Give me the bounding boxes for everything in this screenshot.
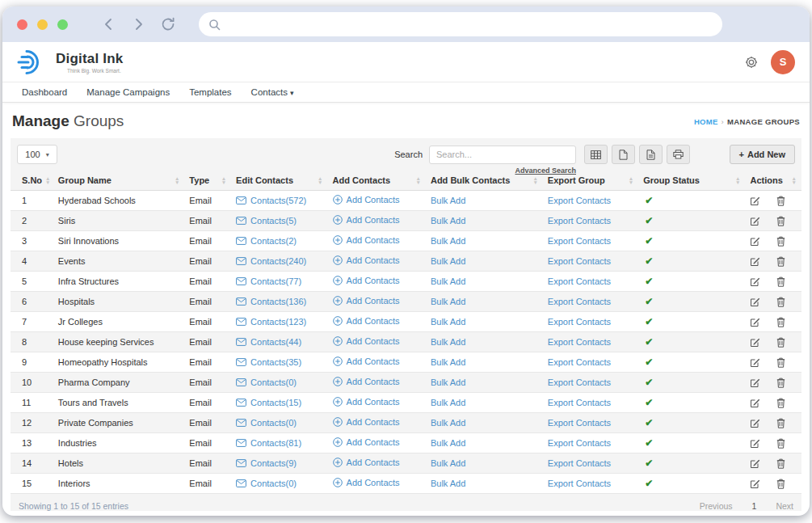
bulk-add-link[interactable]: Bulk Add xyxy=(431,398,465,407)
back-button[interactable] xyxy=(102,17,116,32)
bulk-add-link[interactable]: Bulk Add xyxy=(431,418,465,428)
export-contacts-link[interactable]: Export Contacts xyxy=(548,337,611,347)
edit-button[interactable] xyxy=(750,256,760,267)
add-contacts-link[interactable]: Add Contacts xyxy=(333,478,400,487)
export-contacts-link[interactable]: Export Contacts xyxy=(548,216,611,226)
add-contacts-link[interactable]: Add Contacts xyxy=(333,316,400,326)
edit-contacts-link[interactable]: Contacts(0) xyxy=(236,377,297,387)
current-page-button[interactable]: 1 xyxy=(752,501,757,511)
bulk-add-link[interactable]: Bulk Add xyxy=(431,337,465,347)
export-contacts-link[interactable]: Export Contacts xyxy=(548,418,611,428)
delete-button[interactable] xyxy=(776,458,785,469)
next-page-button[interactable]: Next xyxy=(776,501,793,511)
edit-button[interactable] xyxy=(750,317,760,327)
column-header-add-bulk-contacts[interactable]: Add Bulk Contacts xyxy=(426,171,543,191)
edit-button[interactable] xyxy=(750,276,760,287)
bulk-add-link[interactable]: Bulk Add xyxy=(431,479,465,488)
export-pdf-button[interactable] xyxy=(639,145,663,164)
export-contacts-link[interactable]: Export Contacts xyxy=(548,236,611,246)
nav-item-contacts[interactable]: Contacts▾ xyxy=(242,87,304,97)
bulk-add-link[interactable]: Bulk Add xyxy=(431,458,465,468)
edit-contacts-link[interactable]: Contacts(572) xyxy=(236,196,306,205)
edit-button[interactable] xyxy=(750,357,760,368)
add-contacts-link[interactable]: Add Contacts xyxy=(333,437,400,447)
minimize-window-button[interactable] xyxy=(37,19,48,30)
column-header-group-name[interactable]: Group Name xyxy=(53,171,185,191)
breadcrumb-home[interactable]: HOME xyxy=(694,117,718,126)
delete-button[interactable] xyxy=(776,256,785,267)
edit-button[interactable] xyxy=(750,418,760,428)
delete-button[interactable] xyxy=(776,337,785,348)
settings-button[interactable] xyxy=(744,55,759,70)
export-contacts-link[interactable]: Export Contacts xyxy=(548,196,611,205)
forward-button[interactable] xyxy=(131,17,145,32)
export-contacts-link[interactable]: Export Contacts xyxy=(548,297,611,306)
column-header-export-group[interactable]: Export Group xyxy=(543,171,638,191)
add-contacts-link[interactable]: Add Contacts xyxy=(333,215,400,225)
bulk-add-link[interactable]: Bulk Add xyxy=(431,317,465,327)
bulk-add-link[interactable]: Bulk Add xyxy=(431,438,465,448)
delete-button[interactable] xyxy=(776,418,785,428)
add-contacts-link[interactable]: Add Contacts xyxy=(333,397,400,407)
user-avatar[interactable]: S xyxy=(771,50,795,74)
print-button[interactable] xyxy=(667,145,690,164)
column-header-actions[interactable]: Actions xyxy=(745,171,801,191)
nav-item-dashboard[interactable]: Dashboard xyxy=(12,87,77,97)
close-window-button[interactable] xyxy=(17,19,27,30)
delete-button[interactable] xyxy=(776,438,785,449)
add-contacts-link[interactable]: Add Contacts xyxy=(333,417,400,427)
edit-contacts-link[interactable]: Contacts(123) xyxy=(236,317,306,327)
delete-button[interactable] xyxy=(776,479,785,489)
delete-button[interactable] xyxy=(776,357,785,368)
edit-contacts-link[interactable]: Contacts(240) xyxy=(236,256,306,266)
edit-contacts-link[interactable]: Contacts(0) xyxy=(236,418,297,428)
add-contacts-link[interactable]: Add Contacts xyxy=(333,195,400,205)
bulk-add-link[interactable]: Bulk Add xyxy=(431,276,465,286)
delete-button[interactable] xyxy=(776,377,785,388)
edit-button[interactable] xyxy=(750,236,760,247)
edit-contacts-link[interactable]: Contacts(2) xyxy=(236,236,297,246)
export-contacts-link[interactable]: Export Contacts xyxy=(548,377,611,387)
previous-page-button[interactable]: Previous xyxy=(700,501,733,511)
edit-contacts-link[interactable]: Contacts(9) xyxy=(236,458,297,468)
export-table-button[interactable] xyxy=(584,145,608,164)
column-header-group-status[interactable]: Group Status xyxy=(638,171,745,191)
edit-contacts-link[interactable]: Contacts(15) xyxy=(236,398,301,407)
advanced-search-link[interactable]: Advanced Search xyxy=(515,167,576,175)
column-header-add-contacts[interactable]: Add Contacts xyxy=(328,171,426,191)
bulk-add-link[interactable]: Bulk Add xyxy=(431,297,465,306)
edit-button[interactable] xyxy=(750,196,760,206)
export-contacts-link[interactable]: Export Contacts xyxy=(548,398,611,407)
delete-button[interactable] xyxy=(776,297,785,307)
export-contacts-link[interactable]: Export Contacts xyxy=(548,438,611,448)
browser-address-bar[interactable] xyxy=(199,12,722,36)
edit-contacts-link[interactable]: Contacts(136) xyxy=(236,297,306,306)
edit-contacts-link[interactable]: Contacts(77) xyxy=(236,276,301,286)
edit-button[interactable] xyxy=(750,398,760,408)
delete-button[interactable] xyxy=(776,216,785,226)
delete-button[interactable] xyxy=(776,398,785,408)
edit-button[interactable] xyxy=(750,377,760,388)
add-contacts-link[interactable]: Add Contacts xyxy=(333,235,400,245)
search-input[interactable] xyxy=(429,146,576,164)
bulk-add-link[interactable]: Bulk Add xyxy=(431,357,465,367)
edit-contacts-link[interactable]: Contacts(81) xyxy=(236,438,301,448)
edit-contacts-link[interactable]: Contacts(35) xyxy=(236,357,301,367)
add-new-button[interactable]: +Add New xyxy=(730,145,796,164)
export-contacts-link[interactable]: Export Contacts xyxy=(548,256,611,266)
edit-button[interactable] xyxy=(750,216,760,226)
export-contacts-link[interactable]: Export Contacts xyxy=(548,317,611,327)
add-contacts-link[interactable]: Add Contacts xyxy=(333,255,400,265)
edit-button[interactable] xyxy=(750,297,760,307)
add-contacts-link[interactable]: Add Contacts xyxy=(333,356,400,366)
edit-button[interactable] xyxy=(750,438,760,449)
bulk-add-link[interactable]: Bulk Add xyxy=(431,236,465,246)
delete-button[interactable] xyxy=(776,317,785,327)
bulk-add-link[interactable]: Bulk Add xyxy=(431,377,465,387)
bulk-add-link[interactable]: Bulk Add xyxy=(431,216,465,226)
edit-contacts-link[interactable]: Contacts(0) xyxy=(236,479,297,488)
column-header-edit-contacts[interactable]: Edit Contacts xyxy=(231,171,327,191)
delete-button[interactable] xyxy=(776,196,785,206)
bulk-add-link[interactable]: Bulk Add xyxy=(431,196,465,205)
export-contacts-link[interactable]: Export Contacts xyxy=(548,357,611,367)
